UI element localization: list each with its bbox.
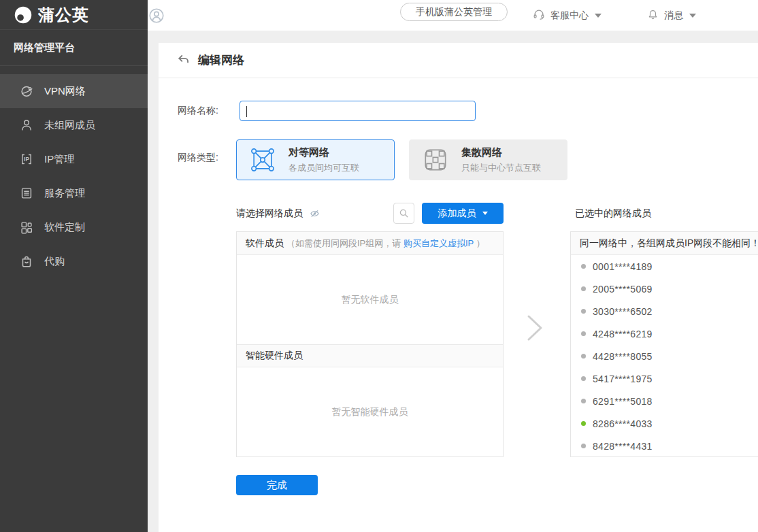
software-members-note: （如需使用同网段IP组网，请 购买自定义虚拟IP ）	[286, 237, 485, 250]
logo-text: 蒲公英	[38, 4, 89, 26]
status-dot	[581, 376, 586, 381]
member-id: 2005****5069	[593, 284, 653, 295]
edit-network-panel: 编辑网络 网络名称: 网络类型: 对等网络 各成员间均可互联	[159, 43, 758, 532]
platform-title: 网络管理平台	[0, 30, 148, 66]
status-dot	[581, 331, 586, 336]
network-type-label: 网络类型:	[178, 152, 218, 164]
member-row[interactable]: 6291****5018	[571, 390, 758, 412]
status-dot	[581, 421, 586, 426]
sidebar-item-label: 服务管理	[44, 187, 85, 200]
svg-text:IP: IP	[24, 156, 29, 163]
member-row[interactable]: 3030****6502	[571, 300, 758, 322]
hardware-members-label: 智能硬件成员	[246, 350, 303, 362]
sidebar-menu: VPN网络 未组网成员 IP IP管理 服务管理	[0, 74, 148, 278]
add-member-label: 添加成员	[438, 207, 476, 220]
ip-brackets-icon: IP	[19, 152, 34, 167]
member-id: 4428****8055	[593, 351, 653, 362]
mesh-network-icon	[248, 145, 278, 175]
hardware-members-empty-text: 暂无智能硬件成员	[237, 367, 503, 456]
mobile-manage-button[interactable]: 手机版蒲公英管理	[400, 3, 508, 21]
status-dot	[581, 264, 586, 269]
chevron-down-icon	[689, 14, 696, 18]
member-id: 4248****6219	[593, 329, 653, 339]
member-id: 8286****4033	[593, 418, 653, 429]
available-members-panel: 软件成员 （如需使用同网段IP组网，请 购买自定义虚拟IP ） 暂无软件成员 智…	[236, 231, 504, 457]
person-icon	[19, 118, 34, 133]
sidebar: 蒲公英 网络管理平台 VPN网络 未组网成员 IP IP管理	[0, 0, 148, 532]
page-title: 编辑网络	[198, 52, 244, 68]
member-id: 6291****5018	[593, 396, 653, 407]
sidebar-item-vpn-network[interactable]: VPN网络	[0, 74, 148, 108]
document-list-icon	[19, 186, 34, 201]
hub-network-icon	[421, 145, 450, 175]
member-id: 3030****6502	[593, 306, 653, 317]
member-id: 8428****4431	[593, 441, 653, 452]
member-row[interactable]: 4248****6219	[571, 322, 758, 345]
type-title: 对等网络	[289, 146, 359, 159]
bell-icon	[646, 8, 659, 23]
headset-icon	[532, 7, 546, 23]
messages-menu[interactable]: 消息	[646, 0, 696, 31]
ip-warning-banner: 同一网络中，各组网成员IP网段不能相同！	[571, 232, 758, 255]
search-icon	[398, 207, 410, 219]
selected-members-title: 已选中的网络成员	[575, 207, 651, 220]
status-dot	[581, 286, 586, 291]
sidebar-item-ip-management[interactable]: IP IP管理	[0, 142, 148, 176]
sidebar-item-label: 软件定制	[44, 221, 85, 234]
sidebar-item-label: 未组网成员	[44, 119, 95, 132]
status-dot	[581, 309, 586, 314]
panel-header: 编辑网络	[159, 43, 758, 78]
member-row[interactable]: 8428****4431	[571, 435, 758, 457]
sidebar-item-ungrouped-members[interactable]: 未组网成员	[0, 108, 148, 142]
search-members-button[interactable]	[393, 203, 414, 224]
status-dot	[581, 399, 586, 403]
text-cursor	[246, 106, 247, 117]
shopping-bag-icon	[19, 254, 34, 269]
network-name-label: 网络名称:	[178, 105, 218, 117]
support-center-menu[interactable]: 客服中心	[532, 0, 602, 31]
member-row[interactable]: 0001****4189	[571, 255, 758, 278]
status-dot	[581, 354, 586, 359]
member-row[interactable]: 4428****8055	[571, 345, 758, 367]
hardware-members-header: 智能硬件成员	[237, 344, 503, 367]
member-row[interactable]: 5417****1975	[571, 367, 758, 390]
software-members-empty-text: 暂无软件成员	[237, 255, 503, 344]
status-dot	[581, 444, 586, 448]
selected-member-list: 0001****4189 2005****5069 3030****6502 4…	[571, 255, 758, 457]
support-center-label: 客服中心	[550, 10, 589, 22]
sidebar-item-label: VPN网络	[44, 85, 86, 98]
network-type-option-peer[interactable]: 对等网络 各成员间均可互联	[236, 139, 395, 180]
type-title: 集散网络	[461, 146, 541, 159]
topbar: 手机版蒲公英管理 客服中心 消息	[148, 0, 758, 31]
finish-button[interactable]: 完成	[236, 475, 318, 495]
network-type-option-hub[interactable]: 集散网络 只能与中心节点互联	[409, 139, 567, 180]
member-row[interactable]: 2005****5069	[571, 278, 758, 300]
member-picker-label-row: 请选择网络成员	[236, 203, 321, 224]
chevron-right-icon	[526, 314, 544, 345]
member-row[interactable]: 8286****4033	[571, 412, 758, 435]
add-member-button[interactable]: 添加成员	[422, 203, 504, 224]
member-picker-title: 请选择网络成员	[236, 207, 303, 220]
back-button[interactable]	[176, 53, 191, 68]
member-id: 5417****1975	[593, 373, 653, 384]
sidebar-item-label: 代购	[44, 255, 65, 268]
sidebar-item-label: IP管理	[44, 153, 74, 166]
network-manager-app: 蒲公英 网络管理平台 VPN网络 未组网成员 IP IP管理	[0, 0, 758, 532]
eye-off-icon[interactable]	[308, 208, 321, 219]
messages-label: 消息	[664, 10, 683, 22]
buy-custom-virtual-ip-link[interactable]: 购买自定义虚拟IP	[403, 238, 474, 248]
type-desc: 各成员间均可互联	[289, 162, 359, 174]
network-name-input[interactable]	[240, 101, 476, 121]
type-desc: 只能与中心节点互联	[461, 162, 541, 174]
software-members-header: 软件成员 （如需使用同网段IP组网，请 购买自定义虚拟IP ）	[237, 232, 503, 255]
dandelion-logo-icon	[14, 5, 33, 24]
logo: 蒲公英	[0, 0, 148, 30]
sidebar-item-software-customization[interactable]: 软件定制	[0, 210, 148, 244]
chevron-down-icon	[482, 212, 488, 215]
selected-members-panel: 同一网络中，各组网成员IP网段不能相同！ 0001****4189 2005**…	[570, 231, 758, 457]
vpn-globe-icon	[19, 84, 34, 99]
sidebar-item-service-management[interactable]: 服务管理	[0, 176, 148, 210]
software-members-label: 软件成员	[246, 237, 284, 250]
blocks-icon	[19, 220, 34, 235]
sidebar-item-purchasing[interactable]: 代购	[0, 244, 148, 278]
